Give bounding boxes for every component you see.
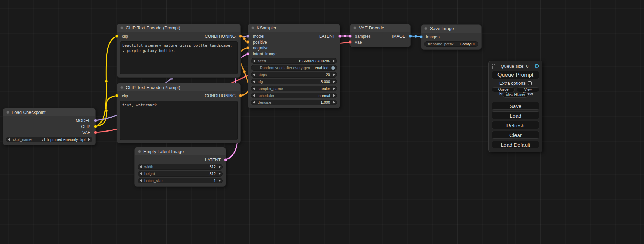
node-title: CLIP Text Encode (Prompt) [126,25,180,30]
graph-canvas[interactable]: Load Checkpoint MODEL CLIP VAE ckpt_name… [0,0,644,244]
widget-seed[interactable]: seed 156680208700286 [251,58,337,64]
input-port-positive[interactable] [246,40,249,44]
widget-filename-prefix[interactable]: filename_prefix ComfyUI [424,41,478,47]
settings-gear-icon[interactable]: ⚙ [534,63,539,69]
node-title-bar[interactable]: Save Image [421,25,481,33]
prev-value-icon[interactable] [253,101,255,104]
toggle-icon[interactable] [331,66,335,70]
load-default-button[interactable]: Load Default [492,141,539,148]
widget-sampler-name[interactable]: sampler_name euler [251,86,337,91]
input-port-images[interactable] [420,35,423,38]
collapse-dot-icon[interactable] [120,26,123,29]
node-title-bar[interactable]: CLIP Text Encode (Prompt) [117,24,240,32]
widget-value: 20 [326,73,330,77]
widget-cfg[interactable]: cfg 8.000 [251,79,337,84]
prev-value-icon[interactable] [253,80,255,83]
next-value-icon[interactable] [333,101,335,104]
widget-ckpt-name[interactable]: ckpt_name v1-5-pruned-emaonly.ckpt [6,137,92,142]
widget-batch-size[interactable]: batch_size 1 [138,178,223,183]
load-button[interactable]: Load [492,111,539,119]
input-port-clip[interactable] [115,94,118,97]
collapse-dot-icon[interactable] [353,26,356,29]
collapse-dot-icon[interactable] [6,111,9,114]
input-port-latent-image[interactable] [246,52,249,55]
widget-steps[interactable]: steps 20 [251,72,337,78]
input-port-vae[interactable] [349,40,352,44]
next-value-icon[interactable] [88,138,90,141]
next-value-icon[interactable] [219,179,221,182]
node-title-bar[interactable]: KSampler [248,24,340,32]
queue-prompt-button[interactable]: Queue Prompt [492,71,539,79]
node-clip-text-encode-positive[interactable]: CLIP Text Encode (Prompt) clip CONDITION… [117,24,241,78]
widget-label: Random seed after every gen [260,66,310,70]
prev-value-icon[interactable] [140,179,142,182]
input-port-model[interactable] [246,35,249,38]
view-queue-button[interactable]: View Queue [517,87,539,92]
widget-value: 1.000 [320,100,330,105]
node-title-bar[interactable]: VAE Decode [350,24,410,32]
next-value-icon[interactable] [219,172,221,175]
collapse-dot-icon[interactable] [120,86,123,89]
output-port-conditioning[interactable] [239,94,242,97]
output-port-latent[interactable] [224,158,227,161]
widget-value: ComfyUI [460,42,475,46]
node-title-bar[interactable]: Load Checkpoint [3,108,95,116]
link-midpoint-dot [344,35,346,37]
output-label: IMAGE [392,34,405,39]
widget-label: filename_prefix [428,42,454,46]
node-vae-decode[interactable]: VAE Decode samples IMAGE vae [350,24,411,47]
widget-label: cfg [258,80,263,84]
slot-row: CLIP [6,124,92,129]
node-save-image[interactable]: Save Image images filename_prefix ComfyU… [421,24,482,50]
prev-value-icon[interactable] [140,165,142,168]
input-port-clip[interactable] [115,35,118,38]
next-value-icon[interactable] [333,94,335,97]
prompt-textarea[interactable]: beautiful scenery nature glass bottle la… [120,41,238,74]
next-value-icon[interactable] [333,60,335,62]
output-port-conditioning[interactable] [239,35,242,38]
output-port-latent[interactable] [338,35,342,38]
node-title-bar[interactable]: Empty Latent Image [135,147,226,155]
prev-value-icon[interactable] [253,60,255,62]
extra-options-checkbox[interactable] [528,81,532,85]
widget-denoise[interactable]: denoise 1.000 [251,100,337,105]
refresh-button[interactable]: Refresh [492,121,539,129]
node-load-checkpoint[interactable]: Load Checkpoint MODEL CLIP VAE ckpt_name… [3,108,96,145]
widget-value: 156680208700286 [298,59,330,63]
output-port-image[interactable] [409,35,412,38]
output-port-model[interactable] [94,119,97,122]
node-empty-latent-image[interactable]: Empty Latent Image LATENT width 512 heig… [134,147,226,187]
collapse-dot-icon[interactable] [424,27,427,30]
save-button[interactable]: Save [492,102,539,110]
prev-value-icon[interactable] [8,138,10,141]
next-value-icon[interactable] [219,165,221,168]
output-port-clip[interactable] [94,125,97,128]
widget-width[interactable]: width 512 [138,164,223,170]
collapse-dot-icon[interactable] [251,26,254,29]
node-clip-text-encode-negative[interactable]: CLIP Text Encode (Prompt) clip CONDITION… [117,83,241,143]
prev-value-icon[interactable] [253,73,255,76]
prev-value-icon[interactable] [253,94,255,97]
output-port-vae[interactable] [94,131,97,134]
queue-front-button[interactable]: Queue Front [492,87,515,92]
prev-value-icon[interactable] [253,87,255,90]
extra-options-label: Extra options [499,81,526,86]
prev-value-icon[interactable] [140,172,142,175]
widget-random-seed-toggle[interactable]: Random seed after every gen enabled [251,65,337,71]
clear-button[interactable]: Clear [492,131,539,139]
widget-scheduler[interactable]: scheduler normal [251,93,337,98]
node-title-bar[interactable]: CLIP Text Encode (Prompt) [117,83,240,91]
input-port-negative[interactable] [246,46,249,49]
next-value-icon[interactable] [333,73,335,76]
prompt-textarea[interactable]: text, watermark [120,101,238,140]
input-port-samples[interactable] [349,35,352,38]
collapse-dot-icon[interactable] [138,150,141,153]
next-value-icon[interactable] [333,87,335,90]
widget-height[interactable]: height 512 [138,171,223,177]
widget-label: sampler_name [258,87,283,91]
drag-handle-icon[interactable] [492,64,495,69]
next-value-icon[interactable] [333,80,335,83]
link-midpoint-dot [243,70,246,73]
node-ksampler[interactable]: KSampler model LATENT positive negative … [248,24,340,108]
view-history-button[interactable]: View History [503,93,528,98]
